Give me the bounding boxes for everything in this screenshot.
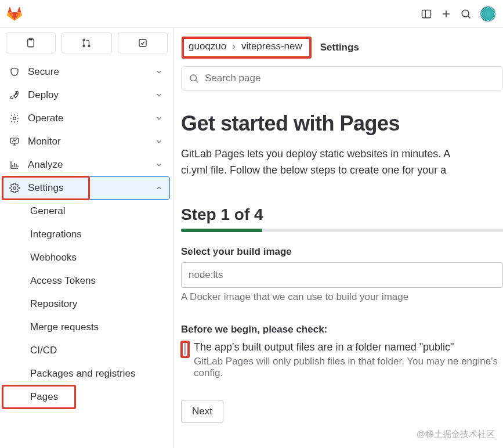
sidebar-toolbar [0,28,173,58]
sidebar-item-monitor[interactable]: Monitor [2,130,170,153]
chevron-down-icon [155,91,163,99]
sidebar-item-deploy[interactable]: Deploy [2,84,170,107]
sidebar-item-secure[interactable]: Secure [2,60,170,84]
annotation-box [181,341,189,357]
check-heading: Before we begin, please check: [181,324,503,335]
progress-seg-4 [424,229,503,232]
sidebar-sub-webhooks[interactable]: Webhooks [2,246,170,269]
sidebar-nav: Secure Deploy Operate Monitor [0,58,173,411]
svg-line-5 [468,16,471,18]
checkbox-help: GitLab Pages will only publish files in … [194,356,503,379]
svg-point-8 [83,39,85,41]
page-lead-line1: GitLab Pages lets you deploy static webs… [181,146,503,162]
sidebar-sub-access-tokens[interactable]: Access Tokens [2,269,170,292]
svg-rect-11 [139,39,146,46]
search-icon [189,73,199,84]
breadcrumb-project[interactable]: vitepress-new [237,39,307,54]
progress-seg-3 [343,229,425,232]
step-title: Step 1 of 4 [181,205,503,224]
sidebar-item-label: Monitor [28,136,61,147]
chevron-up-icon [155,184,163,192]
svg-point-13 [13,117,16,120]
sidebar-sub-general[interactable]: General [2,200,170,223]
avatar[interactable] [480,6,496,22]
page-title: Get started with Pages [181,111,503,136]
chevron-down-icon [155,114,163,122]
rocket-icon [9,90,20,100]
chevron-down-icon [155,68,163,76]
svg-line-17 [196,80,197,82]
next-button[interactable]: Next [181,400,223,423]
page-lead-line2: ci.yml file. Follow the below steps to c… [181,162,503,179]
shield-icon [9,67,20,77]
chevron-down-icon [155,161,163,169]
sidebar: Secure Deploy Operate Monitor [0,28,174,448]
topbar [0,0,503,28]
operate-icon [9,113,20,124]
chevron-right-icon: › [232,41,236,52]
watermark: @稀土掘金技术社区 [417,429,495,440]
sidebar-item-label: Operate [28,113,63,124]
breadcrumb-current: Settings [320,42,359,53]
annotation-box: guoqzuo › vitepress-new [182,37,311,58]
sidebar-sub-cicd[interactable]: CI/CD [2,339,170,362]
svg-point-15 [13,187,16,190]
chevron-down-icon [155,138,163,146]
sidebar-item-label: Deploy [28,89,59,101]
sidebar-item-settings[interactable]: Settings [2,176,170,200]
search-icon[interactable] [460,8,472,20]
sidebar-item-label: Analyze [28,159,63,171]
sidebar-sub-integrations[interactable]: Integrations [2,223,170,246]
chart-icon [9,160,20,170]
sidebar-sub-repository[interactable]: Repository [2,292,170,316]
build-image-help: A Docker image that we can use to build … [181,291,503,303]
page-search-input[interactable] [205,73,495,84]
build-image-label: Select your build image [181,246,503,258]
progress-bar [181,229,503,232]
merge-requests-button[interactable] [61,32,111,53]
page-search[interactable] [181,66,503,91]
plus-icon[interactable] [440,8,452,20]
checkbox-label: The app's built output files are in a fo… [194,341,503,353]
sidebar-item-label: Secure [28,66,59,78]
svg-point-9 [83,45,85,47]
monitor-icon [9,136,20,147]
breadcrumb: guoqzuo › vitepress-new Settings [179,28,503,60]
svg-rect-0 [422,10,431,17]
progress-seg-2 [262,229,343,232]
progress-seg-1 [181,229,262,232]
svg-point-4 [462,10,469,17]
sidebar-sub-packages[interactable]: Packages and registries [2,362,170,385]
gear-icon [9,183,20,193]
svg-point-16 [190,75,197,81]
sidebar-item-label: Settings [28,182,63,194]
sidebar-toggle-icon[interactable] [421,8,432,20]
svg-point-10 [88,45,90,47]
sidebar-sub-pages[interactable]: Pages [2,385,75,409]
sidebar-item-operate[interactable]: Operate [2,107,170,130]
main-content: guoqzuo › vitepress-new Settings Get sta… [174,28,503,448]
public-folder-checkbox[interactable] [184,343,186,355]
gitlab-logo-icon[interactable] [7,6,22,21]
sidebar-item-analyze[interactable]: Analyze [2,153,170,176]
todos-button[interactable] [118,32,168,53]
breadcrumb-owner[interactable]: guoqzuo [184,39,231,54]
build-image-input[interactable] [181,262,503,288]
sidebar-sub-merge-requests[interactable]: Merge requests [2,316,170,339]
issues-button[interactable] [6,32,56,53]
